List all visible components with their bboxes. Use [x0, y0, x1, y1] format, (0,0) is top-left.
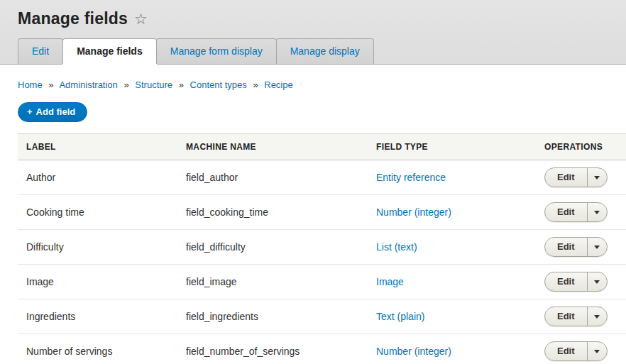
tab-edit[interactable]: Edit	[18, 38, 63, 64]
field-label-cell: Difficulty	[18, 230, 177, 265]
title-row: Manage fields ☆	[0, 9, 626, 28]
operations-dropbutton: Edit	[544, 237, 608, 257]
machine-name-cell: field_author	[177, 160, 368, 195]
chevron-down-icon	[594, 315, 600, 319]
field-type-link[interactable]: Text (plain)	[376, 311, 424, 322]
field-label-cell: Author	[18, 160, 177, 195]
fields-table: LABEL MACHINE NAME FIELD TYPE OPERATIONS…	[18, 133, 626, 364]
dropdown-toggle-button[interactable]	[588, 272, 607, 291]
machine-name-cell: field_ingredients	[177, 299, 368, 334]
operations-dropbutton: Edit	[544, 167, 608, 187]
column-header-field-type: FIELD TYPE	[368, 134, 536, 160]
field-label-cell: Ingredients	[18, 299, 177, 334]
edit-button[interactable]: Edit	[545, 168, 588, 187]
table-row: Number of servings field_number_of_servi…	[18, 334, 626, 364]
tab-manage-form-display[interactable]: Manage form display	[156, 38, 277, 64]
field-type-link[interactable]: List (text)	[376, 241, 417, 253]
operations-dropbutton: Edit	[544, 272, 608, 292]
tab-manage-display[interactable]: Manage display	[276, 38, 374, 64]
main-content: Home » Administration » Structure » Cont…	[0, 65, 626, 364]
dropdown-toggle-button[interactable]	[588, 342, 607, 360]
operations-dropbutton: Edit	[544, 341, 608, 361]
table-row: Difficulty field_difficulty List (text) …	[18, 230, 626, 265]
breadcrumb-separator: »	[48, 79, 53, 90]
edit-button[interactable]: Edit	[545, 342, 588, 360]
chevron-down-icon	[594, 176, 600, 180]
chevron-down-icon	[594, 211, 600, 214]
edit-button[interactable]: Edit	[545, 307, 588, 326]
dropdown-toggle-button[interactable]	[588, 168, 607, 187]
add-field-label: Add field	[36, 106, 76, 117]
machine-name-cell: field_image	[177, 265, 368, 299]
table-row: Ingredients field_ingredients Text (plai…	[18, 299, 626, 334]
field-label-cell: Cooking time	[18, 195, 177, 230]
column-header-operations: OPERATIONS	[536, 134, 626, 160]
column-header-label: LABEL	[18, 134, 177, 160]
table-row: Author field_author Entity reference Edi…	[18, 160, 626, 195]
table-row: Cooking time field_cooking_time Number (…	[18, 195, 626, 230]
primary-tabs: Edit Manage fields Manage form display M…	[0, 38, 626, 64]
page-header: Manage fields ☆ Edit Manage fields Manag…	[0, 0, 626, 65]
breadcrumb-separator: »	[123, 79, 128, 90]
chevron-down-icon	[594, 350, 600, 353]
breadcrumb-recipe[interactable]: Recipe	[264, 79, 292, 90]
field-type-link[interactable]: Number (integer)	[376, 346, 451, 357]
machine-name-cell: field_cooking_time	[177, 195, 368, 230]
chevron-down-icon	[594, 280, 600, 284]
dropdown-toggle-button[interactable]	[588, 203, 607, 221]
add-field-button[interactable]: + Add field	[18, 102, 87, 122]
table-row: Image field_image Image Edit	[18, 265, 626, 299]
field-label-cell: Number of servings	[18, 334, 177, 364]
field-type-link[interactable]: Image	[376, 276, 404, 287]
edit-button[interactable]: Edit	[545, 238, 588, 256]
page-title: Manage fields	[18, 9, 128, 28]
breadcrumb-content-types[interactable]: Content types	[190, 79, 247, 90]
field-type-link[interactable]: Entity reference	[376, 172, 446, 183]
edit-button[interactable]: Edit	[545, 203, 588, 221]
machine-name-cell: field_number_of_servings	[177, 334, 368, 364]
operations-dropbutton: Edit	[544, 202, 608, 222]
breadcrumb-structure[interactable]: Structure	[135, 79, 172, 90]
breadcrumb: Home » Administration » Structure » Cont…	[0, 65, 626, 90]
favorite-star-icon[interactable]: ☆	[134, 11, 148, 26]
machine-name-cell: field_difficulty	[177, 230, 368, 265]
dropdown-toggle-button[interactable]	[588, 307, 607, 326]
edit-button[interactable]: Edit	[545, 272, 588, 291]
breadcrumb-home[interactable]: Home	[18, 79, 43, 90]
column-header-machine-name: MACHINE NAME	[177, 134, 368, 160]
field-type-link[interactable]: Number (integer)	[376, 206, 451, 218]
dropdown-toggle-button[interactable]	[588, 238, 607, 256]
field-label-cell: Image	[18, 265, 177, 299]
actions-bar: + Add field	[0, 90, 626, 133]
operations-dropbutton: Edit	[544, 307, 608, 326]
chevron-down-icon	[594, 246, 600, 249]
tab-manage-fields[interactable]: Manage fields	[62, 38, 157, 64]
breadcrumb-separator: »	[179, 79, 184, 90]
plus-icon: +	[27, 106, 33, 117]
breadcrumb-separator: »	[253, 79, 258, 90]
table-header-row: LABEL MACHINE NAME FIELD TYPE OPERATIONS	[18, 134, 626, 160]
breadcrumb-administration[interactable]: Administration	[59, 79, 117, 90]
